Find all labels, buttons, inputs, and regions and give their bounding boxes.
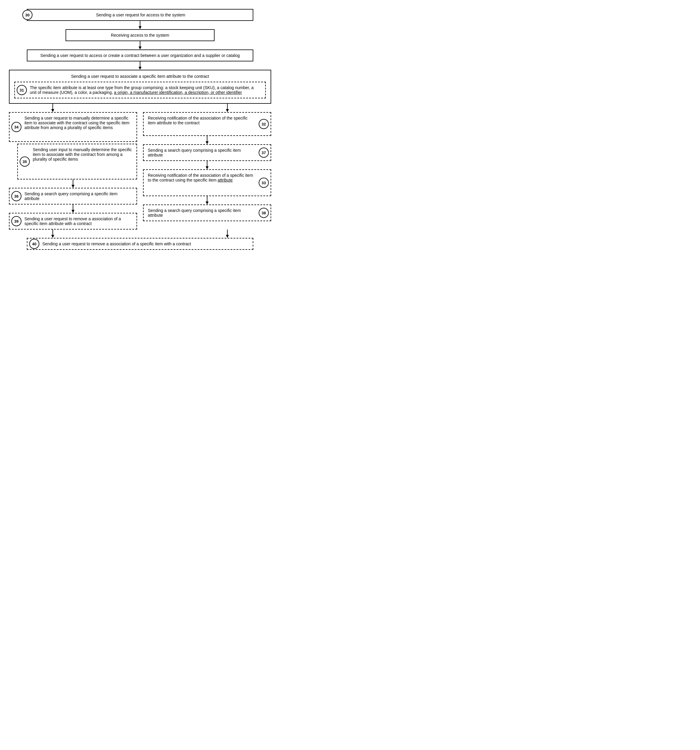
svg-marker-9: [226, 109, 229, 112]
text-34: Sending a user request to manually deter…: [25, 116, 130, 130]
flowchart: 30 Sending a user request for access to …: [9, 9, 271, 250]
spacer-converge: [96, 229, 184, 238]
svg-marker-23: [226, 235, 229, 238]
arrow-37-down: [143, 161, 271, 169]
spacer-split: [96, 104, 184, 112]
text-40: Sending a user request to remove a assoc…: [42, 241, 191, 246]
text-35: Sending user input to manually determine…: [33, 147, 132, 161]
arrow-left-converge: [9, 229, 96, 238]
node-user-request-contract: Sending a user request to access or crea…: [27, 49, 253, 61]
text-30: Sending a user request for access to the…: [96, 12, 185, 17]
svg-marker-7: [51, 109, 54, 112]
split-arrows: [9, 104, 271, 112]
node-35: 35 Sending user input to manually determ…: [17, 144, 137, 180]
arrow-left-split: [9, 104, 96, 112]
badge-35: 35: [20, 157, 30, 167]
node-31: 31 The specific item attribute is at lea…: [14, 81, 266, 98]
badge-32: 32: [259, 119, 269, 129]
node-32: 32 Receiving notification of the associa…: [143, 112, 271, 136]
text-37: Sending a search query comprising a spec…: [148, 148, 241, 157]
node-39: 39 Sending a user request to remove a as…: [9, 213, 137, 229]
arrow-35-down: [9, 180, 137, 188]
badge-38: 38: [259, 208, 269, 218]
svg-marker-19: [206, 201, 209, 204]
badge-37: 37: [259, 148, 269, 158]
svg-marker-5: [138, 67, 141, 70]
svg-marker-13: [72, 210, 75, 213]
text-38: Sending a search query comprising a spec…: [148, 208, 241, 218]
node-36: 36 Sending a search query comprising a s…: [9, 188, 137, 204]
right-column: 32 Receiving notification of the associa…: [143, 112, 271, 221]
svg-marker-21: [51, 235, 54, 238]
arrow-33-down: [143, 196, 271, 204]
badge-39: 39: [11, 216, 21, 226]
svg-marker-11: [72, 185, 75, 188]
text-36: Sending a search query comprising a spec…: [25, 191, 117, 201]
text-associate-attribute: Sending a user request to associate a sp…: [14, 74, 266, 79]
node-40: 40 Sending a user request to remove a as…: [27, 238, 253, 250]
badge-36: 36: [11, 191, 21, 201]
badge-34: 34: [11, 122, 21, 132]
arrow-3: [137, 61, 143, 70]
node-37: 37 Sending a search query comprising a s…: [143, 144, 271, 161]
node-associate-wrapper: Sending a user request to associate a sp…: [9, 70, 271, 104]
node-30: 30 Sending a user request for access to …: [27, 9, 253, 21]
arrow-right-converge: [184, 229, 271, 238]
arrow-1: [137, 21, 143, 29]
badge-40: 40: [29, 239, 39, 249]
node-33: 33 Receiving notification of the associa…: [143, 169, 271, 196]
badge-31: 31: [17, 85, 27, 95]
svg-marker-17: [206, 166, 209, 169]
text-39: Sending a user request to remove a assoc…: [25, 217, 121, 226]
node-34: 34 Sending a user request to manually de…: [9, 112, 137, 142]
arrow-right-split: [184, 104, 271, 112]
text-33: Receiving notification of the associatio…: [148, 173, 253, 183]
node-receiving-access: Receiving access to the system: [66, 29, 215, 41]
svg-marker-1: [138, 26, 141, 29]
node-38: 38 Sending a search query comprising a s…: [143, 204, 271, 221]
arrow-36-down: [9, 204, 137, 213]
node-35-wrapper: 35 Sending user input to manually determ…: [17, 144, 137, 180]
arrow-2: [137, 41, 143, 49]
text-31: The specific item attribute is at least …: [30, 85, 253, 95]
text-receiving-access: Receiving access to the system: [111, 33, 169, 38]
arrow-32-down: [143, 136, 271, 144]
badge-33: 33: [259, 178, 269, 188]
svg-marker-15: [206, 141, 209, 144]
split-section: 34 Sending a user request to manually de…: [9, 112, 271, 229]
text-user-request-contract: Sending a user request to access or crea…: [40, 53, 239, 58]
converge-arrows: [9, 229, 271, 238]
text-32: Receiving notification of the associatio…: [148, 116, 248, 125]
badge-30: 30: [22, 10, 32, 20]
left-column: 34 Sending a user request to manually de…: [9, 112, 137, 229]
svg-marker-3: [138, 46, 141, 49]
